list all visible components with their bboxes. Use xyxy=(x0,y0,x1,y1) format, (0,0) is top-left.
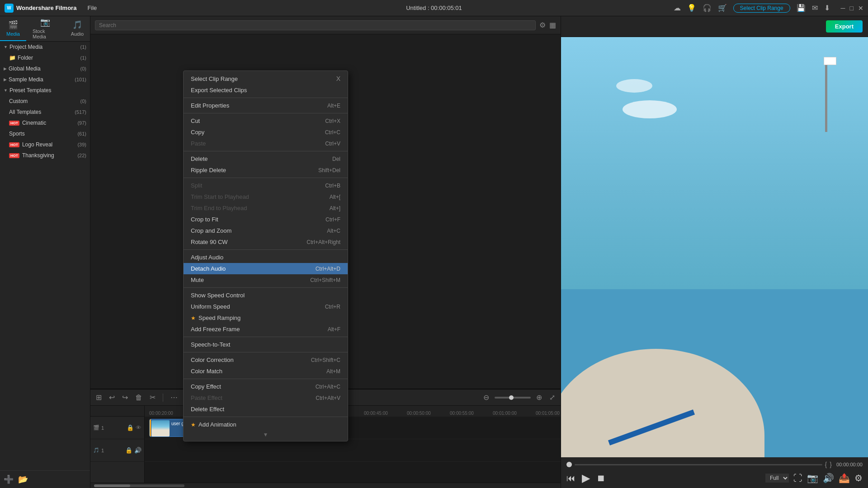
ctx-copy[interactable]: Copy Ctrl+C xyxy=(184,127,348,138)
tree-hoi-logo-reveal[interactable]: HOT Logo Reveal (39) xyxy=(0,139,90,150)
progress-dot[interactable] xyxy=(566,462,572,467)
track-1-visibility-icon[interactable]: 👁 xyxy=(136,424,142,431)
download-icon[interactable]: ⬇ xyxy=(824,4,830,12)
ctx-detach-audio[interactable]: Detach Audio Ctrl+Alt+D xyxy=(184,263,348,274)
ctx-delete-effect-label: Delete Effect xyxy=(191,406,224,413)
audio-track-1-mute-icon[interactable]: 🔊 xyxy=(134,447,142,454)
export-frame-icon[interactable]: 📤 xyxy=(839,473,850,483)
timeline-zoom-in-icon[interactable]: ⊕ xyxy=(534,392,544,403)
ctx-delete[interactable]: Delete Del xyxy=(184,153,348,164)
bracket-start[interactable]: { xyxy=(825,461,827,468)
tree-hoi-cinematic[interactable]: HOT Cinematic (97) xyxy=(0,117,90,128)
progress-track[interactable] xyxy=(575,464,822,465)
ctx-delete-effect[interactable]: Delete Effect xyxy=(184,404,348,415)
timeline-undo-icon[interactable]: ↩ xyxy=(107,392,117,403)
tree-hoi-thanksgiving[interactable]: HOT Thanksgiving (22) xyxy=(0,150,90,161)
export-button[interactable]: Export xyxy=(826,20,863,33)
cart-icon[interactable]: 🛒 xyxy=(718,4,727,12)
timeline-zoom-handle[interactable] xyxy=(509,395,514,400)
add-media-icon[interactable]: ➕ xyxy=(4,474,14,484)
tab-media[interactable]: 🎬 Media xyxy=(0,16,26,41)
tree-folder-label: Folder xyxy=(18,55,33,61)
timeline-scroll-track[interactable] xyxy=(94,484,184,487)
tree-preset-templates[interactable]: ▼ Preset Templates xyxy=(0,85,90,96)
audio-track-1-lock-icon[interactable]: 🔒 xyxy=(125,447,132,454)
ctx-paste-shortcut: Ctrl+V xyxy=(325,141,340,147)
ctx-cut[interactable]: Cut Ctrl+X xyxy=(184,115,348,127)
timeline-fit-icon[interactable]: ⤢ xyxy=(547,392,557,403)
ctx-color-correction[interactable]: Color Correction Ctrl+Shift+C xyxy=(184,354,348,366)
timeline-zoom-slider[interactable] xyxy=(495,397,531,399)
ctx-ripple-delete[interactable]: Ripple Delete Shift+Del xyxy=(184,164,348,176)
ctx-export-selected[interactable]: Export Selected Clips xyxy=(184,84,348,96)
tree-global-media[interactable]: ▶ Global Media (0) xyxy=(0,63,90,74)
tree-sample-media[interactable]: ▶ Sample Media (101) xyxy=(0,74,90,85)
save-icon[interactable]: 💾 xyxy=(797,4,806,12)
tab-audio[interactable]: 🎵 Audio xyxy=(65,16,90,41)
maximize-button[interactable]: □ xyxy=(850,5,854,12)
snapshot-icon[interactable]: 📷 xyxy=(807,473,818,483)
filter-icon[interactable]: ⚙ xyxy=(539,21,546,29)
ctx-uniform-speed[interactable]: Uniform Speed Ctrl+R xyxy=(184,301,348,312)
headset-icon[interactable]: 🎧 xyxy=(703,4,712,12)
timeline-delete-icon[interactable]: 🗑 xyxy=(133,393,144,403)
file-menu[interactable]: File xyxy=(84,4,100,12)
preview-right-controls: Full 1/2 1/4 ⛶ 📷 🔊 📤 ⚙ xyxy=(765,473,863,483)
ctx-crop-zoom[interactable]: Crop and Zoom Alt+C xyxy=(184,225,348,236)
video-clip-block[interactable]: user guide xyxy=(149,419,185,437)
timeline-add-track-icon[interactable]: ⊞ xyxy=(94,392,104,403)
ctx-crop-to-fit[interactable]: Crop to Fit Ctrl+F xyxy=(184,214,348,225)
tab-stock-media[interactable]: 📷 Stock Media xyxy=(26,16,65,41)
ctx-add-animation[interactable]: ★ Add Animation xyxy=(184,419,348,430)
timeline-zoom-out-icon[interactable]: ⊖ xyxy=(481,392,491,403)
ctx-mute[interactable]: Mute Ctrl+Shift+M xyxy=(184,274,348,286)
ctx-copy-effect-label: Copy Effect xyxy=(191,383,221,390)
grid-view-icon[interactable]: ▦ xyxy=(549,21,556,29)
ctx-speech-to-text[interactable]: Speech-to-Text xyxy=(184,339,348,350)
main-layout: 🎬 Media 📷 Stock Media 🎵 Audio ▼ Project … xyxy=(0,16,868,488)
tree-folder[interactable]: 📁 Folder (1) xyxy=(0,52,90,63)
bulb-icon[interactable]: 💡 xyxy=(687,4,696,12)
ctx-speed-ramping[interactable]: ★ Speed Ramping xyxy=(184,312,348,324)
timeline-scrollbar[interactable] xyxy=(90,483,561,488)
login-button[interactable]: Select Clip Range xyxy=(733,4,790,13)
minimize-button[interactable]: ─ xyxy=(841,5,845,12)
cloud-icon[interactable]: ☁ xyxy=(674,4,681,12)
tree-project-media[interactable]: ▼ Project Media (1) xyxy=(0,42,90,52)
media-search-input[interactable] xyxy=(95,20,536,30)
fullscreen-icon[interactable]: ⛶ xyxy=(793,473,802,483)
arrow-project-media: ▼ xyxy=(4,45,8,49)
timeline-scroll-thumb[interactable] xyxy=(94,484,130,487)
tree-sports[interactable]: Sports (61) xyxy=(0,128,90,139)
quality-select[interactable]: Full 1/2 1/4 xyxy=(765,474,789,483)
track-1-lock-icon[interactable]: 🔒 xyxy=(127,424,134,431)
stop-button[interactable]: ⏹ xyxy=(596,473,605,483)
tree-all-templates[interactable]: All Templates (517) xyxy=(0,107,90,117)
skip-back-icon[interactable]: ⏮ xyxy=(566,473,576,483)
settings-preview-icon[interactable]: ⚙ xyxy=(854,473,863,483)
tab-bar: 🎬 Media 📷 Stock Media 🎵 Audio xyxy=(0,16,90,42)
ctx-rotate[interactable]: Rotate 90 CW Ctrl+Alt+Right xyxy=(184,236,348,248)
ctx-edit-properties[interactable]: Edit Properties Alt+E xyxy=(184,100,348,111)
timeline-cut-icon[interactable]: ✂ xyxy=(148,392,157,403)
tree-folder-count: (1) xyxy=(80,55,86,61)
ctx-close-button[interactable]: X xyxy=(336,75,340,82)
ctx-freeze-frame[interactable]: Add Freeze Frame Alt+F xyxy=(184,324,348,335)
tree-custom[interactable]: Custom (0) xyxy=(0,96,90,107)
bracket-end[interactable]: } xyxy=(830,461,832,468)
tree-custom-label: Custom xyxy=(9,98,28,104)
new-folder-icon[interactable]: 📂 xyxy=(18,474,28,484)
ctx-edit-props-label: Edit Properties xyxy=(191,102,229,109)
ctx-color-match[interactable]: Color Match Alt+M xyxy=(184,366,348,377)
timeline-magnet-icon[interactable]: ⋯ xyxy=(169,392,179,403)
ctx-adjust-audio[interactable]: Adjust Audio xyxy=(184,252,348,263)
timeline-redo-icon[interactable]: ↪ xyxy=(120,392,130,403)
ctx-copy-effect[interactable]: Copy Effect Ctrl+Alt+C xyxy=(184,381,348,392)
email-icon[interactable]: ✉ xyxy=(812,4,818,12)
volume-icon[interactable]: 🔊 xyxy=(823,473,834,483)
close-button[interactable]: ✕ xyxy=(858,5,863,12)
play-button[interactable]: ▶ xyxy=(582,472,590,484)
ctx-show-speed[interactable]: Show Speed Control xyxy=(184,290,348,301)
ctx-sep-8 xyxy=(184,352,348,352)
audio-track-row xyxy=(145,439,561,462)
